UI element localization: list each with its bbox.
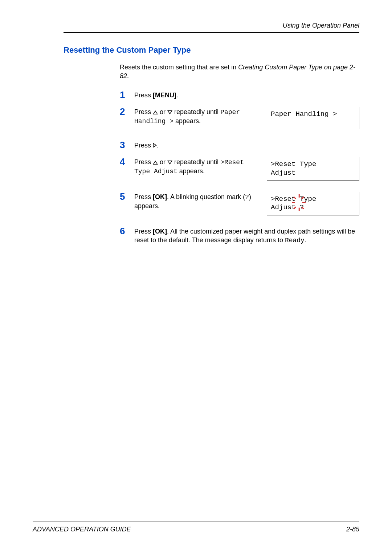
footer-rule	[33, 522, 359, 522]
step-text: .	[305, 236, 306, 244]
ok-button-label: [OK]	[153, 193, 167, 200]
display-text: Adjust	[271, 203, 300, 211]
step-text: Press	[134, 228, 153, 235]
step-number: 6	[120, 226, 134, 236]
step-text-block: Press or repeatedly until >Reset Type Ad…	[134, 158, 260, 176]
ok-button-label: [OK]	[153, 228, 167, 235]
step-2: 2 Press or repeatedly until Paper Handli…	[120, 108, 359, 129]
display-line: >Reset Type Adjust	[271, 160, 316, 177]
lcd-display: >Reset Type Adjust	[267, 157, 359, 181]
step-4: 4 Press or repeatedly until >Reset Type …	[120, 158, 359, 181]
lcd-display: Paper Handling >	[267, 107, 359, 129]
step-6: 6 Press [OK]. All the customized paper w…	[120, 227, 359, 245]
step-text: appears.	[177, 167, 205, 175]
down-triangle-icon	[167, 161, 172, 165]
step-number: 3	[120, 140, 134, 150]
display-line: Adjust ?	[271, 203, 355, 212]
page-number: 2-85	[346, 526, 359, 533]
step-text: .	[157, 142, 159, 149]
right-triangle-icon	[153, 143, 157, 148]
menu-button-label: [MENU]	[153, 92, 176, 99]
step-content: Press or repeatedly until Paper Handling…	[134, 108, 359, 129]
step-text: Press	[134, 193, 153, 200]
step-number: 4	[120, 157, 134, 166]
section-title: Resetting the Custom Paper Type	[64, 45, 359, 55]
lcd-display: >Reset Type Adjust ?	[267, 192, 359, 216]
blinking-question-mark: ?	[300, 203, 304, 212]
step-content: Press [OK]. All the customized paper wei…	[134, 227, 359, 245]
step-number: 1	[120, 90, 134, 100]
down-triangle-icon	[167, 110, 172, 114]
step-text-block: Press [OK]. A blinking question mark (?)…	[134, 193, 260, 211]
up-triangle-icon	[153, 110, 158, 114]
body: Resets the custom setting that are set i…	[120, 63, 359, 245]
step-content: Press or repeatedly until >Reset Type Ad…	[134, 158, 359, 181]
code-text: ?	[245, 194, 249, 201]
step-text: Press	[134, 108, 153, 116]
step-text: . All the customized paper weight and du…	[134, 228, 355, 244]
header-rule	[64, 32, 359, 33]
intro-text-post: .	[127, 72, 129, 80]
step-content: Press [MENU].	[134, 91, 359, 100]
step-text: Press	[134, 142, 153, 149]
step-content: Press .	[134, 141, 359, 150]
step-text: .	[176, 92, 178, 99]
step-text: repeatedly until	[172, 108, 220, 116]
up-triangle-icon	[153, 161, 158, 165]
page: Using the Operation Panel Resetting the …	[0, 0, 392, 555]
step-5: 5 Press [OK]. A blinking question mark (…	[120, 193, 359, 216]
step-text: Press	[134, 92, 153, 99]
code-text: Ready	[285, 237, 305, 244]
step-text: Press	[134, 158, 153, 166]
display-line: Paper Handling >	[271, 110, 337, 118]
step-1: 1 Press [MENU].	[120, 91, 359, 100]
footer-title: ADVANCED OPERATION GUIDE	[33, 526, 131, 533]
footer-row: ADVANCED OPERATION GUIDE 2-85	[33, 526, 359, 533]
step-3: 3 Press .	[120, 141, 359, 150]
intro-paragraph: Resets the custom setting that are set i…	[120, 63, 359, 81]
step-number: 5	[120, 192, 134, 201]
step-text: appears.	[173, 117, 201, 125]
intro-text: Resets the custom setting that are set i…	[120, 64, 238, 71]
step-text: . A blinking question mark (	[167, 193, 245, 200]
page-footer: ADVANCED OPERATION GUIDE 2-85	[33, 522, 359, 533]
running-header: Using the Operation Panel	[64, 22, 359, 29]
step-text: repeatedly until	[172, 158, 220, 166]
step-text-block: Press or repeatedly until Paper Handling…	[134, 108, 260, 126]
display-line: >Reset Type	[271, 195, 355, 204]
step-text: or	[158, 158, 167, 166]
step-content: Press [OK]. A blinking question mark (?)…	[134, 193, 359, 216]
step-number: 2	[120, 107, 134, 116]
step-text: or	[158, 108, 167, 116]
